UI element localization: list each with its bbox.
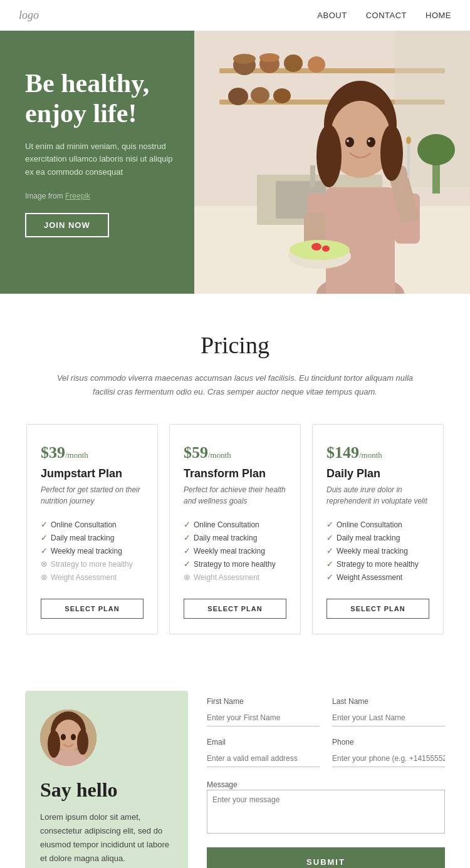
logo: logo — [19, 9, 39, 22]
svg-point-9 — [308, 56, 325, 73]
check-icon: ✓ — [41, 546, 48, 555]
avatar-illustration — [40, 710, 97, 766]
nav-links: ABOUT CONTACT HOME — [317, 11, 451, 20]
check-icon: ✓ — [184, 533, 191, 542]
select-plan-button-1[interactable]: SELECT PLAN — [41, 599, 144, 619]
hero-title: Be healthy, enjoy life! — [25, 68, 179, 129]
plan-desc-3: Duis aute irure dolor in reprehenderit i… — [326, 484, 429, 507]
pricing-subtitle: Vel risus commodo viverra maecenas accum… — [53, 371, 417, 399]
hero-image — [194, 31, 470, 294]
image-credit: Image from Freepik — [25, 192, 179, 200]
svg-point-34 — [316, 125, 342, 187]
feature-item: ✓ Weight Assessment — [326, 571, 429, 584]
join-now-button[interactable]: JOIN NOW — [25, 213, 109, 237]
cross-icon: ⊗ — [41, 572, 48, 582]
phone-input[interactable] — [332, 750, 445, 767]
nav-about[interactable]: ABOUT — [317, 11, 347, 20]
hero-background — [194, 31, 470, 294]
last-name-label: Last Name — [332, 697, 445, 706]
svg-point-35 — [380, 125, 403, 181]
hero-illustration — [194, 31, 470, 294]
svg-point-8 — [284, 54, 303, 72]
plan-price-2: $59/month — [184, 443, 286, 462]
feature-item: ✓ Strategy to more healthy — [184, 557, 286, 571]
feature-item: ✓ Weekly meal tracking — [326, 544, 429, 557]
plan-name-1: Jumpstart Plan — [41, 467, 144, 480]
hero-content: Be healthy, enjoy life! Ut enim ad minim… — [0, 31, 197, 294]
contact-body-text: Lorem ipsum dolor sit amet, consectetur … — [40, 810, 173, 865]
email-group: Email — [207, 738, 320, 767]
svg-point-11 — [251, 87, 269, 103]
check-icon: ✓ — [41, 520, 48, 529]
first-name-group: First Name — [207, 697, 320, 726]
contact-left-panel: Say hello Lorem ipsum dolor sit amet, co… — [25, 691, 188, 868]
plan-price-1: $39/month — [41, 443, 144, 462]
freepik-link[interactable]: Freepik — [65, 192, 90, 200]
feature-item: ✓ Weekly meal tracking — [184, 544, 286, 557]
check-icon: ✓ — [326, 533, 333, 542]
svg-point-12 — [273, 88, 291, 103]
check-icon: ✓ — [184, 559, 191, 569]
first-name-input[interactable] — [207, 710, 320, 726]
svg-point-25 — [406, 137, 411, 144]
phone-group: Phone — [332, 738, 445, 767]
pricing-title: Pricing — [19, 331, 451, 359]
svg-point-28 — [290, 240, 350, 260]
contact-form: First Name Last Name Email Phone Message… — [207, 691, 445, 868]
feature-item: ✓ Strategy to more healthy — [326, 557, 429, 571]
svg-point-39 — [368, 140, 370, 142]
feature-item: ✓ Daily meal tracking — [184, 531, 286, 544]
svg-rect-24 — [407, 140, 410, 178]
check-icon: ✓ — [41, 533, 48, 542]
svg-point-18 — [417, 134, 455, 165]
check-icon: ✓ — [326, 546, 333, 555]
feature-item: ✓ Weekly meal tracking — [41, 544, 144, 557]
name-row: First Name Last Name — [207, 697, 445, 726]
contact-section: Say hello Lorem ipsum dolor sit amet, co… — [0, 659, 470, 868]
message-input[interactable] — [207, 790, 445, 834]
feature-list-2: ✓ Online Consultation ✓ Daily meal track… — [184, 518, 286, 584]
plan-desc-1: Perfect for get started on their nutriti… — [41, 484, 144, 507]
select-plan-button-3[interactable]: SELECT PLAN — [326, 599, 429, 619]
pricing-section: Pricing Vel risus commodo viverra maecen… — [0, 294, 470, 659]
email-label: Email — [207, 738, 320, 747]
svg-point-44 — [71, 734, 76, 740]
pricing-cards: $39/month Jumpstart Plan Perfect for get… — [19, 424, 451, 634]
hero-section: Be healthy, enjoy life! Ut enim ad minim… — [0, 31, 470, 294]
check-icon: ✓ — [326, 559, 333, 569]
svg-point-47 — [77, 730, 88, 755]
plan-desc-2: Perfect for achieve their health and wel… — [184, 484, 286, 507]
feature-item: ✓ Online Consultation — [184, 518, 286, 531]
last-name-input[interactable] — [332, 710, 445, 726]
svg-rect-16 — [310, 165, 315, 187]
select-plan-button-2[interactable]: SELECT PLAN — [184, 599, 286, 619]
nav-contact[interactable]: CONTACT — [366, 11, 407, 20]
email-input[interactable] — [207, 750, 320, 767]
svg-point-43 — [61, 734, 66, 740]
plan-price-3: $149/month — [326, 443, 429, 462]
navigation: logo ABOUT CONTACT HOME — [0, 0, 470, 31]
svg-point-29 — [311, 243, 321, 251]
feature-item: ✓ Online Consultation — [326, 518, 429, 531]
cross-icon: ⊗ — [184, 572, 191, 582]
nav-home[interactable]: HOME — [426, 11, 451, 20]
plan-name-2: Transform Plan — [184, 467, 286, 480]
pricing-card-jumpstart: $39/month Jumpstart Plan Perfect for get… — [26, 424, 158, 634]
svg-point-37 — [367, 137, 375, 147]
contact-hello-title: Say hello — [40, 778, 173, 802]
message-group: Message — [207, 778, 445, 836]
check-icon: ✓ — [326, 572, 333, 582]
check-icon: ✓ — [184, 546, 191, 555]
svg-point-10 — [228, 88, 248, 105]
feature-item-disabled: ⊗ Weight Assessment — [184, 571, 286, 584]
svg-point-30 — [322, 245, 330, 252]
submit-button[interactable]: SUBMIT — [207, 847, 445, 868]
contact-avatar — [40, 710, 97, 766]
feature-item: ✓ Daily meal tracking — [326, 531, 429, 544]
email-phone-row: Email Phone — [207, 738, 445, 767]
svg-rect-20 — [326, 187, 395, 294]
svg-point-5 — [233, 54, 256, 64]
message-label: Message — [207, 780, 238, 789]
check-icon: ✓ — [326, 520, 333, 529]
phone-label: Phone — [332, 738, 445, 747]
